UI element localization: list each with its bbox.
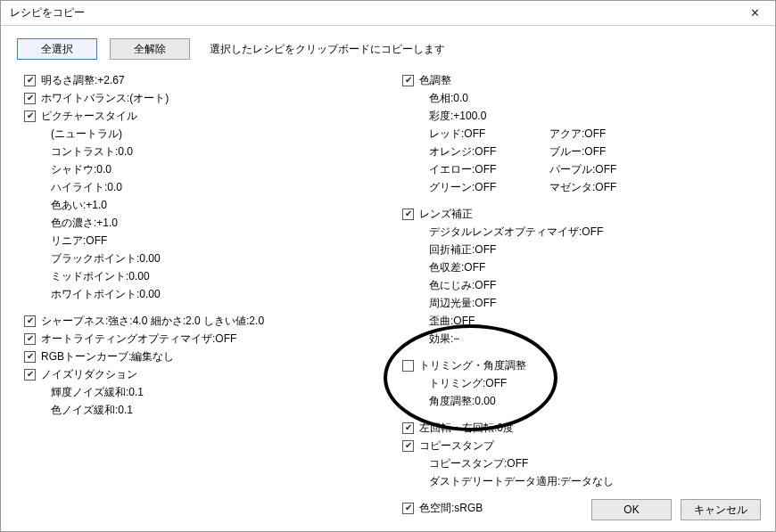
alo-row: オートライティングオプティマイザ:OFF [24, 331, 388, 347]
picstyle-header: ピクチャースタイル [41, 108, 137, 124]
nr-item: 輝度ノイズ緩和:0.1 [51, 384, 388, 400]
color-item: イエロー:OFFパープル:OFF [429, 161, 766, 177]
lens-item: 色にじみ:OFF [429, 277, 766, 293]
lens-item: デジタルレンズオプティマイザ:OFF [429, 224, 766, 240]
nr-row: ノイズリダクション [24, 366, 388, 382]
lens-item: 回折補正:OFF [429, 241, 766, 258]
color-item: 色相:0.0 [429, 90, 766, 106]
picstyle-item: リニア:OFF [51, 233, 388, 249]
checkbox-colorspace[interactable] [402, 503, 414, 514]
lens-item: 効果:− [429, 331, 766, 347]
picstyle-item: ホワイトポイント:0.00 [51, 286, 388, 302]
content-area: 明るさ調整:+2.67 ホワイトバランス:(オート) ピクチャースタイル (ニュ… [1, 63, 775, 518]
picstyle-item: 色あい:+1.0 [51, 197, 388, 213]
lens-item: 歪曲:OFF [429, 313, 766, 329]
lens-header: レンズ補正 [419, 206, 473, 222]
rotate-row: 左回転・右回転:0度 [402, 420, 766, 436]
trim-item: 角度調整:0.00 [429, 393, 766, 409]
wb-row: ホワイトバランス:(オート) [24, 90, 388, 106]
picstyle-item: (ニュートラル) [51, 126, 388, 142]
copy-recipe-dialog: レシピをコピー ✕ 全選択 全解除 選択したレシピをクリップボードにコピーします… [0, 0, 776, 532]
footer: OK キャンセル [591, 499, 761, 520]
stamp-row: コピースタンプ [402, 438, 766, 454]
rgb-row: RGBトーンカーブ:編集なし [24, 348, 388, 364]
checkbox-rgb[interactable] [24, 351, 36, 363]
color-adjust-row: 色調整 [402, 72, 766, 88]
trim-item: トリミング:OFF [429, 375, 766, 391]
color-item: レッド:OFFアクア:OFF [429, 126, 766, 142]
rotate-label: 左回転・右回転:0度 [419, 420, 514, 436]
checkbox-wb[interactable] [24, 93, 36, 104]
lens-item: 周辺光量:OFF [429, 295, 766, 311]
stamp-item: ダストデリートデータ適用:データなし [429, 473, 766, 489]
checkbox-color[interactable] [402, 75, 414, 86]
brightness-label: 明るさ調整:+2.67 [41, 72, 125, 88]
nr-item: 色ノイズ緩和:0.1 [51, 402, 388, 418]
checkbox-sharpness[interactable] [24, 315, 36, 327]
toolbar-description: 選択したレシピをクリップボードにコピーします [210, 42, 445, 57]
colorspace-label: 色空間:sRGB [419, 500, 483, 516]
picstyle-item: ブラックポイント:0.00 [51, 250, 388, 266]
right-column: 色調整 色相:0.0 彩度:+100.0 レッド:OFFアクア:OFF オレンジ… [388, 70, 766, 518]
stamp-header: コピースタンプ [419, 438, 494, 454]
cancel-button[interactable]: キャンセル [681, 499, 761, 520]
alo-label: オートライティングオプティマイザ:OFF [41, 331, 236, 347]
rgb-label: RGBトーンカーブ:編集なし [41, 348, 174, 364]
deselect-all-button[interactable]: 全解除 [110, 38, 190, 60]
checkbox-brightness[interactable] [24, 75, 36, 86]
color-item: 彩度:+100.0 [429, 108, 766, 124]
nr-header: ノイズリダクション [41, 366, 137, 382]
color-item: オレンジ:OFFブルー:OFF [429, 143, 766, 160]
checkbox-stamp[interactable] [402, 440, 414, 452]
sharpness-row: シャープネス:強さ:4.0 細かさ:2.0 しきい値:2.0 [24, 313, 388, 329]
left-column: 明るさ調整:+2.67 ホワイトバランス:(オート) ピクチャースタイル (ニュ… [10, 70, 388, 518]
trim-header: トリミング・角度調整 [419, 357, 526, 373]
checkbox-picstyle[interactable] [24, 110, 36, 122]
sharpness-label: シャープネス:強さ:4.0 細かさ:2.0 しきい値:2.0 [41, 313, 264, 329]
color-item: グリーン:OFFマゼンタ:OFF [429, 179, 766, 195]
toolbar: 全選択 全解除 選択したレシピをクリップボードにコピーします [1, 26, 775, 63]
checkbox-nr[interactable] [24, 369, 36, 381]
checkbox-rotate[interactable] [402, 422, 414, 434]
picstyle-item: シャドウ:0.0 [51, 161, 388, 177]
picstyle-item: ミッドポイント:0.00 [51, 268, 388, 284]
close-icon[interactable]: ✕ [739, 4, 770, 23]
stamp-item: コピースタンプ:OFF [429, 455, 766, 471]
picstyle-row: ピクチャースタイル [24, 108, 388, 124]
lens-row: レンズ補正 [402, 206, 766, 222]
select-all-button[interactable]: 全選択 [17, 38, 97, 60]
picstyle-item: 色の濃さ:+1.0 [51, 215, 388, 231]
picstyle-item: ハイライト:0.0 [51, 179, 388, 195]
color-header: 色調整 [419, 72, 451, 88]
checkbox-lens[interactable] [402, 209, 414, 220]
titlebar: レシピをコピー ✕ [1, 1, 775, 26]
checkbox-alo[interactable] [24, 333, 36, 345]
trim-row: トリミング・角度調整 [402, 357, 766, 373]
picstyle-item: コントラスト:0.0 [51, 143, 388, 160]
brightness-row: 明るさ調整:+2.67 [24, 72, 388, 88]
checkbox-trim[interactable] [402, 360, 414, 372]
window-title: レシピをコピー [10, 5, 85, 20]
ok-button[interactable]: OK [591, 499, 672, 520]
lens-item: 色収差:OFF [429, 259, 766, 275]
wb-label: ホワイトバランス:(オート) [41, 90, 169, 106]
